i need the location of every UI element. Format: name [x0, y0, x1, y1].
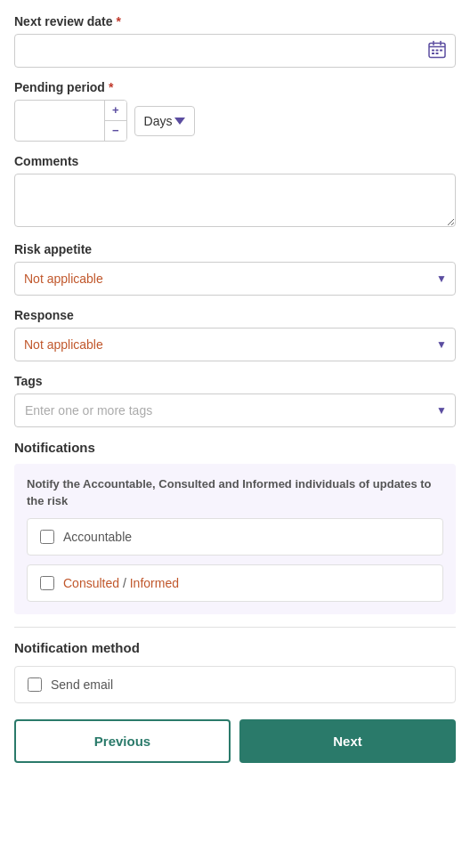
- pending-period-label: Pending period: [14, 80, 105, 94]
- notifications-description: Notify the Accountable, Consulted and In…: [27, 476, 443, 508]
- tags-select-wrapper: Enter one or more tags ▼: [14, 393, 456, 427]
- comments-textarea[interactable]: [14, 174, 456, 227]
- tags-label: Tags: [14, 374, 43, 388]
- period-unit-select[interactable]: Days Weeks Months: [134, 106, 195, 136]
- next-review-date-field: Next review date *: [14, 14, 456, 68]
- svg-rect-8: [436, 53, 439, 54]
- tags-select[interactable]: [14, 393, 456, 427]
- consulted-informed-checkbox[interactable]: [40, 576, 54, 590]
- pending-period-input[interactable]: 7: [15, 107, 104, 135]
- footer-buttons: Previous Next: [14, 719, 456, 763]
- consulted-text: Consulted: [63, 576, 119, 590]
- required-star-pending: *: [109, 80, 113, 94]
- svg-rect-5: [436, 50, 439, 52]
- response-select[interactable]: Not applicable Accept Avoid Mitigate Tra…: [14, 328, 456, 361]
- previous-button[interactable]: Previous: [14, 719, 231, 763]
- risk-appetite-field: Risk appetite Not applicable Low Medium …: [14, 242, 456, 296]
- accountable-checkbox[interactable]: [40, 530, 54, 544]
- date-input-wrapper: [14, 34, 456, 68]
- next-review-date-input[interactable]: [14, 34, 456, 68]
- comments-field: Comments: [14, 154, 456, 230]
- stepper-increment[interactable]: +: [105, 101, 126, 120]
- svg-rect-4: [432, 50, 434, 52]
- required-star-review: *: [117, 14, 121, 28]
- pending-period-field: Pending period * 7 + − Days Weeks Months: [14, 80, 456, 142]
- stepper-decrement[interactable]: −: [105, 121, 126, 141]
- notifications-section-wrapper: Notifications Notify the Accountable, Co…: [14, 440, 456, 613]
- notifications-section-label: Notifications: [14, 440, 456, 455]
- notifications-section: Notify the Accountable, Consulted and In…: [14, 464, 456, 613]
- stepper-buttons: + −: [104, 101, 126, 141]
- send-email-checkbox-row: Send email: [14, 666, 456, 703]
- svg-rect-7: [432, 53, 434, 54]
- calendar-icon[interactable]: [427, 40, 447, 62]
- pending-number-wrapper: 7 + −: [14, 100, 127, 142]
- svg-rect-6: [440, 50, 442, 52]
- consulted-informed-label: Consulted / Informed: [63, 576, 179, 590]
- consulted-separator: /: [123, 576, 130, 590]
- tags-field: Tags Enter one or more tags ▼: [14, 374, 456, 427]
- notification-method-section: Notification method Send email: [14, 627, 456, 703]
- comments-label: Comments: [14, 154, 78, 168]
- accountable-label: Accountable: [63, 530, 132, 544]
- risk-appetite-label: Risk appetite: [14, 242, 92, 256]
- accountable-checkbox-row: Accountable: [27, 518, 443, 556]
- risk-appetite-select[interactable]: Not applicable Low Medium High: [14, 262, 456, 296]
- response-field: Response Not applicable Accept Avoid Mit…: [14, 308, 456, 361]
- response-select-wrapper: Not applicable Accept Avoid Mitigate Tra…: [14, 328, 456, 361]
- consulted-informed-checkbox-row: Consulted / Informed: [27, 564, 443, 602]
- send-email-label: Send email: [51, 677, 113, 692]
- risk-appetite-select-wrapper: Not applicable Low Medium High ▼: [14, 262, 456, 296]
- send-email-checkbox[interactable]: [28, 677, 42, 692]
- informed-text: Informed: [130, 576, 179, 590]
- response-label: Response: [14, 308, 74, 322]
- next-button[interactable]: Next: [239, 719, 456, 763]
- next-review-date-label: Next review date: [14, 14, 113, 28]
- notification-method-label: Notification method: [14, 640, 456, 655]
